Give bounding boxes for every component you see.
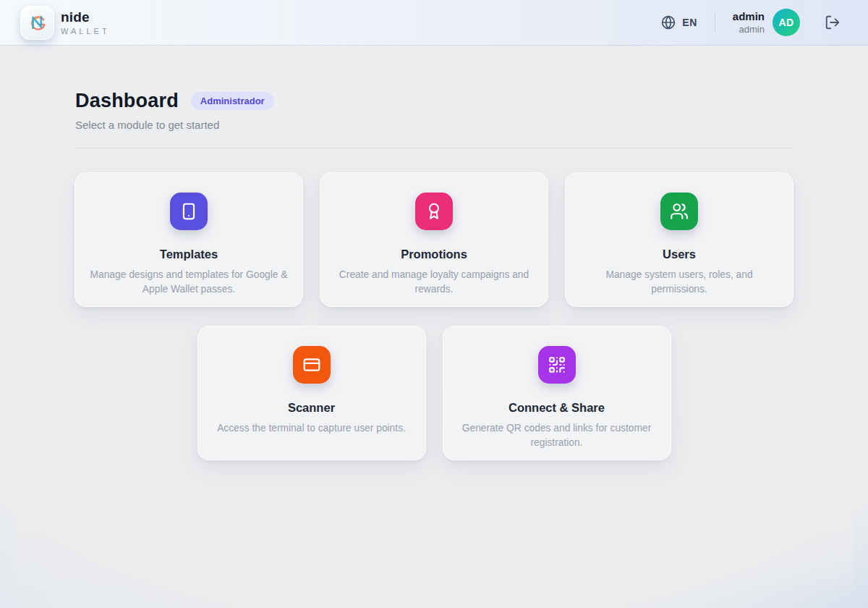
page-subtitle: Select a module to get started: [75, 119, 793, 131]
card-title: Scanner: [288, 401, 335, 415]
smartphone-icon: [170, 193, 208, 230]
brand: nide WALLET: [61, 9, 110, 36]
user-info: admin admin: [733, 10, 765, 35]
card-description: Create and manage loyalty campaigns and …: [335, 268, 533, 297]
card-description: Generate QR codes and links for customer…: [458, 421, 656, 450]
logout-button[interactable]: [825, 14, 841, 30]
section-divider: [75, 148, 793, 148]
card-title: Promotions: [401, 248, 467, 261]
module-grid: Templates Manage designs and templates f…: [75, 172, 793, 460]
role-badge: Administrador: [191, 92, 274, 110]
language-switcher[interactable]: EN: [661, 15, 697, 30]
card-title: Users: [663, 248, 696, 261]
brand-subtitle: WALLET: [61, 27, 110, 35]
card-title: Templates: [160, 248, 218, 261]
users-icon: [660, 193, 698, 230]
top-header: nide WALLET EN admin admin AD: [0, 0, 868, 46]
award-icon: [415, 193, 453, 230]
page-title: Dashboard: [75, 90, 179, 112]
app-logo[interactable]: [20, 6, 54, 40]
language-label: EN: [682, 17, 697, 28]
card-title: Connect & Share: [509, 401, 605, 415]
card-description: Manage system users, roles, and permissi…: [580, 268, 778, 297]
card-templates[interactable]: Templates Manage designs and templates f…: [75, 172, 303, 307]
card-users[interactable]: Users Manage system users, roles, and pe…: [565, 172, 793, 307]
user-name: admin: [733, 10, 765, 24]
globe-icon: [661, 15, 676, 30]
card-description: Manage designs and templates for Google …: [90, 268, 288, 297]
card-description: Access the terminal to capture user poin…: [217, 421, 406, 436]
header-divider: [715, 13, 715, 33]
qr-code-icon: [538, 346, 576, 384]
card-promotions[interactable]: Promotions Create and manage loyalty cam…: [320, 172, 548, 307]
card-connect-share[interactable]: Connect & Share Generate QR codes and li…: [443, 326, 671, 460]
user-role: admin: [733, 24, 765, 35]
card-scanner[interactable]: Scanner Access the terminal to capture u…: [197, 326, 426, 460]
brand-name: nide: [61, 9, 110, 26]
logout-icon: [825, 14, 841, 30]
avatar[interactable]: AD: [773, 9, 800, 36]
nide-logo-icon: [27, 12, 48, 33]
main-content: Dashboard Administrador Select a module …: [14, 46, 854, 588]
credit-card-icon: [293, 346, 331, 384]
